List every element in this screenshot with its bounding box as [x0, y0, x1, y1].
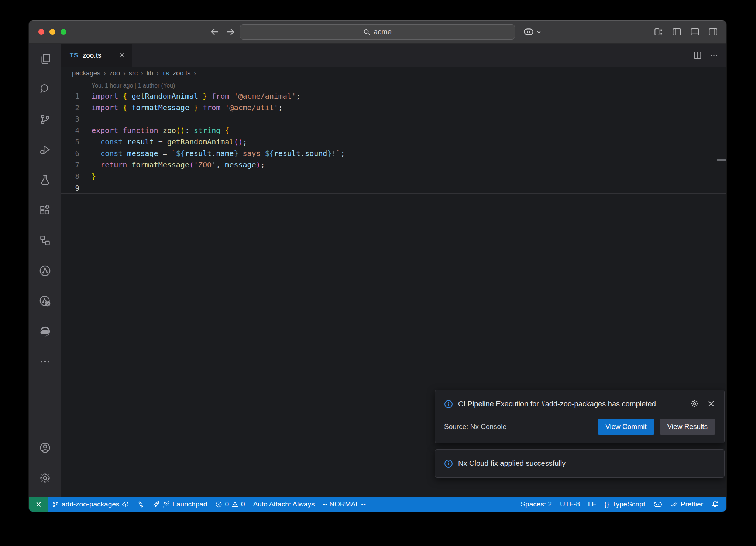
- encoding-status[interactable]: UTF-8: [556, 497, 584, 512]
- line-number: 5: [61, 136, 79, 148]
- forward-arrow-icon[interactable]: [226, 27, 236, 37]
- nx-cloud-icon[interactable]: [29, 286, 61, 316]
- more-views-icon[interactable]: [29, 347, 61, 377]
- breadcrumb-item[interactable]: packages: [72, 69, 100, 77]
- minimize-window-button[interactable]: [49, 29, 55, 35]
- search-value: acme: [374, 28, 392, 36]
- formatter-status[interactable]: Prettier: [666, 497, 707, 512]
- split-editor-icon[interactable]: [693, 51, 702, 60]
- search-icon: [363, 28, 371, 36]
- typescript-file-icon: TS: [162, 70, 169, 76]
- error-count: 0: [225, 500, 229, 508]
- extensions-icon[interactable]: [29, 195, 61, 225]
- code-line[interactable]: 8}: [61, 171, 726, 182]
- code-text: const result = getRandomAnimal();: [92, 136, 247, 148]
- back-arrow-icon[interactable]: [210, 27, 219, 37]
- chevron-right-icon: ›: [123, 69, 126, 77]
- plug-icon: [162, 501, 170, 508]
- search-icon[interactable]: [29, 74, 61, 104]
- breadcrumb-item[interactable]: zoo: [109, 69, 120, 77]
- chevron-right-icon: ›: [104, 69, 106, 77]
- launchpad-status[interactable]: Launchpad: [148, 497, 211, 512]
- double-check-icon: [670, 501, 678, 508]
- problems-status[interactable]: 0 0: [211, 497, 249, 512]
- typescript-file-icon: TS: [70, 52, 78, 59]
- nx-console-icon[interactable]: [29, 256, 61, 286]
- code-line[interactable]: 1import { getRandomAnimal } from '@acme/…: [61, 91, 726, 102]
- info-icon: [444, 459, 453, 468]
- eol-status[interactable]: LF: [584, 497, 600, 512]
- run-debug-icon[interactable]: [29, 134, 61, 165]
- git-branch-status[interactable]: add-zoo-packages: [48, 497, 133, 512]
- settings-gear-icon[interactable]: [29, 463, 61, 493]
- language-status[interactable]: {} TypeScript: [600, 497, 649, 512]
- braces-icon: {}: [604, 501, 609, 508]
- pipeline-status[interactable]: [133, 497, 148, 512]
- line-number: 1: [61, 91, 79, 102]
- files-icon[interactable]: [29, 44, 61, 74]
- zoom-window-button[interactable]: [61, 29, 66, 35]
- notifications-bell[interactable]: [707, 497, 723, 512]
- breadcrumb-file[interactable]: zoo.ts: [173, 69, 190, 77]
- warning-count: 0: [241, 500, 245, 508]
- code-line[interactable]: 7 return formatMessage('ZOO', message);: [61, 159, 726, 171]
- notification-toast: CI Pipeline Execution for #add-zoo-packa…: [435, 390, 725, 443]
- chevron-right-icon: ›: [157, 69, 159, 77]
- chevron-right-icon: ›: [194, 69, 196, 77]
- code-lines: 1import { getRandomAnimal } from '@acme/…: [61, 91, 726, 194]
- warning-icon: [231, 501, 238, 508]
- view-commit-button[interactable]: View Commit: [598, 419, 654, 435]
- code-text: import { getRandomAnimal } from '@acme/a…: [92, 91, 300, 102]
- source-control-icon[interactable]: [29, 104, 61, 134]
- notification-source: Source: Nx Console: [444, 423, 506, 431]
- copilot-status[interactable]: [649, 497, 666, 512]
- tab-zoo-ts[interactable]: TS zoo.ts: [61, 44, 132, 67]
- testing-icon[interactable]: [29, 165, 61, 195]
- toggle-primary-sidebar-icon[interactable]: [672, 27, 681, 37]
- indentation-status[interactable]: Spaces: 2: [516, 497, 556, 512]
- indent-guide: [92, 159, 92, 171]
- code-line[interactable]: 4export function zoo(): string {: [61, 125, 726, 136]
- code-line[interactable]: 2import { formatMessage } from '@acme/ut…: [61, 102, 726, 113]
- desktop-background: acme: [0, 0, 756, 546]
- toggle-secondary-sidebar-icon[interactable]: [708, 27, 718, 37]
- breadcrumb-item[interactable]: lib: [147, 69, 153, 77]
- cloud-upload-icon: [122, 501, 129, 508]
- code-line[interactable]: 5 const result = getRandomAnimal();: [61, 136, 726, 148]
- code-text: import { formatMessage } from '@acme/uti…: [92, 102, 283, 113]
- command-center-search[interactable]: acme: [240, 24, 515, 40]
- close-window-button[interactable]: [38, 29, 44, 35]
- code-line[interactable]: 9: [61, 182, 726, 194]
- remote-indicator[interactable]: [29, 497, 48, 512]
- titlebar: acme: [29, 20, 726, 44]
- line-number: 4: [61, 125, 79, 136]
- close-tab-icon[interactable]: [118, 52, 126, 59]
- close-icon[interactable]: [707, 399, 715, 408]
- line-number: 8: [61, 171, 79, 182]
- notification-settings-gear-icon[interactable]: [690, 399, 699, 408]
- line-number: 3: [61, 113, 79, 125]
- edge-tools-icon[interactable]: [29, 316, 61, 347]
- window-controls: [38, 29, 66, 35]
- launchpad-label: Launchpad: [172, 500, 207, 508]
- copilot-icon: [653, 501, 662, 508]
- customize-layout-icon[interactable]: [654, 27, 663, 37]
- notification-toast: Nx Cloud fix applied successfully: [435, 449, 725, 478]
- view-results-button[interactable]: View Results: [660, 419, 715, 435]
- code-line[interactable]: 6 const message = `${result.name} says $…: [61, 148, 726, 159]
- breadcrumb-item[interactable]: src: [129, 69, 138, 77]
- line-number: 9: [61, 182, 79, 193]
- chevron-down-icon: [536, 29, 542, 35]
- code-line[interactable]: 3: [61, 113, 726, 125]
- account-icon[interactable]: [29, 433, 61, 463]
- copilot-menu[interactable]: [523, 28, 542, 35]
- more-actions-icon[interactable]: [709, 51, 718, 60]
- vim-mode-status[interactable]: -- NORMAL --: [319, 497, 370, 512]
- toggle-panel-icon[interactable]: [690, 27, 700, 37]
- tab-label: zoo.ts: [83, 51, 102, 59]
- text-cursor: [92, 184, 92, 193]
- breadcrumb-more[interactable]: …: [199, 69, 206, 77]
- auto-attach-status[interactable]: Auto Attach: Always: [249, 497, 319, 512]
- indent-guide: [92, 148, 92, 159]
- custom-view-icon[interactable]: [29, 225, 61, 256]
